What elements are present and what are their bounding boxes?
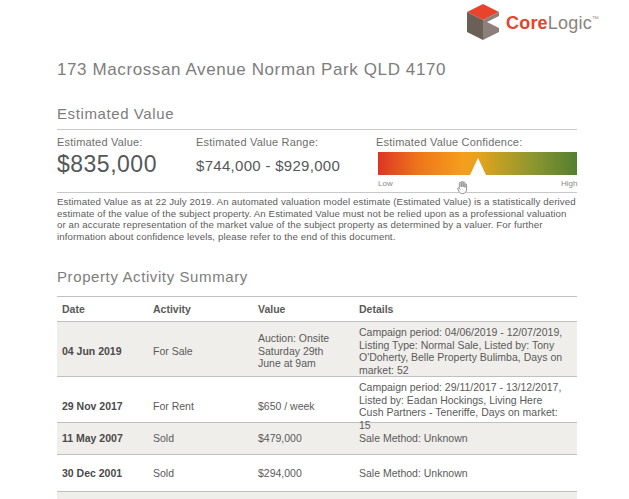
logo-core-text: Core — [506, 13, 548, 33]
activity-table: Date Activity Value Details 04 Jun 2019 … — [57, 296, 577, 499]
estimated-value-amount: $835,000 — [57, 151, 157, 178]
row-date: 29 Nov 2017 — [57, 396, 148, 417]
property-address: 173 Macrossan Avenue Norman Park QLD 417… — [57, 60, 446, 80]
activity-section-title: Property Activity Summary — [57, 268, 248, 285]
column-header-activity: Activity — [148, 299, 253, 320]
estimated-value-range: $744,000 - $929,000 — [196, 157, 340, 174]
confidence-high-label: High — [561, 179, 577, 188]
estimated-value-label: Estimated Value: — [57, 136, 143, 148]
estimated-value-range-label: Estimated Value Range: — [196, 136, 318, 148]
row-details: Campaign period: 04/06/2019 - 12/07/2019… — [354, 322, 577, 380]
corelogic-logo: CoreLogic™ — [464, 3, 599, 43]
column-header-details: Details — [354, 299, 577, 320]
hand-cursor-icon — [455, 180, 470, 197]
estimated-value-section-title: Estimated Value — [57, 105, 174, 122]
column-header-date: Date — [57, 299, 148, 320]
row-activity: Sold — [148, 463, 253, 484]
logo-trademark: ™ — [592, 15, 599, 22]
corelogic-cube-icon — [464, 3, 502, 43]
row-activity: Sold — [148, 428, 253, 449]
row-date: 04 Jun 2019 — [57, 341, 148, 362]
row-activity: For Sale — [148, 341, 253, 362]
row-date: 11 May 2007 — [57, 428, 148, 449]
table-row: 04 Jun 2019 For Sale Auction: Onsite Sat… — [57, 321, 577, 376]
corelogic-wordmark: CoreLogic™ — [506, 13, 599, 34]
estimated-value-confidence-label: Estimated Value Confidence: — [376, 136, 522, 148]
row-value: $479,000 — [253, 428, 354, 449]
row-date — [57, 492, 148, 499]
row-details: Campaign period: 29/11/2017 - 13/12/2017… — [354, 377, 577, 435]
table-row: 29 Nov 2017 For Rent $650 / week Campaig… — [57, 376, 577, 422]
activity-table-header: Date Activity Value Details — [57, 296, 577, 321]
section-divider — [57, 129, 577, 130]
row-value: $650 / week — [253, 396, 354, 417]
row-activity — [148, 492, 253, 499]
row-date: 30 Dec 2001 — [57, 463, 148, 484]
row-value: Auction: Onsite Saturday 29th June at 9a… — [253, 328, 354, 374]
property-report-page: CoreLogic™ 173 Macrossan Avenue Norman P… — [0, 0, 629, 499]
column-header-value: Value — [253, 299, 354, 320]
table-row: Campaign period: 29/12/2001 - 29/12/2001… — [57, 491, 577, 499]
row-activity: For Rent — [148, 396, 253, 417]
table-row: 30 Dec 2001 Sold $294,000 Sale Method: U… — [57, 454, 577, 491]
row-details: Campaign period: 29/12/2001 - 29/12/2001… — [354, 492, 577, 499]
confidence-gradient-bar[interactable] — [378, 152, 577, 175]
value-disclaimer-divider — [57, 192, 577, 193]
confidence-marker — [470, 158, 486, 175]
row-details: Sale Method: Unknown — [354, 463, 577, 484]
row-value — [253, 492, 354, 499]
confidence-low-label: Low — [378, 179, 393, 188]
row-value: $294,000 — [253, 463, 354, 484]
estimated-value-disclaimer: Estimated Value as at 22 July 2019. An a… — [57, 196, 577, 242]
logo-logic-text: Logic — [548, 13, 592, 33]
row-details: Sale Method: Unknown — [354, 428, 577, 449]
